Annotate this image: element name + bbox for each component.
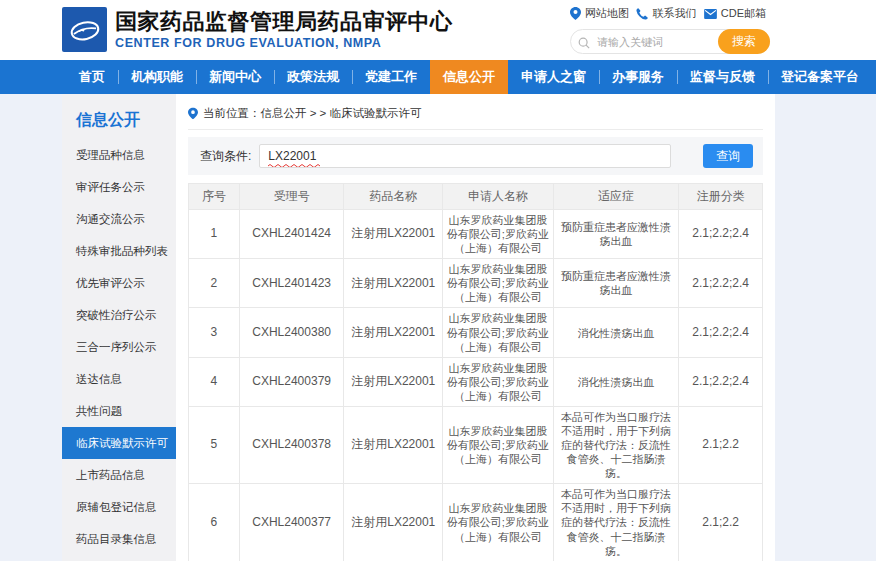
contact-label: 联系我们 bbox=[652, 6, 696, 21]
sitemap-label: 网站地图 bbox=[585, 6, 629, 21]
table-cell: 注射用LX22001 bbox=[344, 357, 443, 406]
table-cell: 2.1;2.2;2.4 bbox=[679, 357, 763, 406]
main-nav: 首页机构职能新闻中心政策法规党建工作信息公开申请人之窗办事服务监督与反馈登记备案… bbox=[0, 60, 876, 94]
sidebar-item-9[interactable]: 共性问题 bbox=[62, 395, 176, 427]
sidebar-item-4[interactable]: 特殊审批品种列表 bbox=[62, 235, 176, 267]
site-title-cn: 国家药品监督管理局药品审评中心 bbox=[115, 9, 453, 35]
sidebar-item-11[interactable]: 上市药品信息 bbox=[62, 459, 176, 491]
content-wrap: 信息公开 受理品种信息审评任务公示沟通交流公示特殊审批品种列表优先审评公示突破性… bbox=[62, 94, 775, 561]
table-cell: 注射用LX22001 bbox=[344, 210, 443, 259]
table-header-row: 序号受理号药品名称申请人名称适应症注册分类 bbox=[189, 184, 763, 210]
table-cell: 1 bbox=[189, 210, 240, 259]
query-panel: 查询条件: 查询 bbox=[188, 137, 763, 175]
table-row: 3CXHL2400380注射用LX22001山东罗欣药业集团股份有限公司;罗欣药… bbox=[189, 308, 763, 357]
site-search-button[interactable]: 搜索 bbox=[718, 29, 770, 54]
table-cell: 3 bbox=[189, 308, 240, 357]
sidebar-item-13[interactable]: 药品目录集信息 bbox=[62, 523, 176, 555]
table-cell: 消化性溃疡出血 bbox=[553, 308, 679, 357]
table-cell: 山东罗欣药业集团股份有限公司;罗欣药业（上海）有限公司 bbox=[443, 210, 554, 259]
brand: 国家药品监督管理局药品审评中心 CENTER FOR DRUG EVALUATI… bbox=[62, 7, 453, 52]
mailbox-label: CDE邮箱 bbox=[721, 6, 766, 21]
table-cell: 2.1;2.2;2.4 bbox=[679, 259, 763, 308]
main-content: 当前位置：信息公开 > > 临床试验默示许可 查询条件: 查询 序号受理号药品名… bbox=[176, 94, 775, 561]
breadcrumb-text: 当前位置：信息公开 > > 临床试验默示许可 bbox=[203, 106, 422, 121]
column-header: 序号 bbox=[189, 184, 240, 210]
header-right: 网站地图 联系我们 CDE邮箱 搜索 bbox=[570, 6, 770, 54]
column-header: 药品名称 bbox=[344, 184, 443, 210]
table-cell: 2.1;2.2;2.4 bbox=[679, 210, 763, 259]
location-pin-icon bbox=[188, 107, 198, 120]
top-header: 国家药品监督管理局药品审评中心 CENTER FOR DRUG EVALUATI… bbox=[0, 0, 876, 60]
table-cell: CXHL2400378 bbox=[239, 406, 344, 483]
nav-item-6[interactable]: 信息公开 bbox=[430, 60, 508, 94]
nav-item-1[interactable]: 首页 bbox=[66, 60, 118, 94]
sitemap-link[interactable]: 网站地图 bbox=[570, 6, 629, 21]
table-cell: 山东罗欣药业集团股份有限公司;罗欣药业（上海）有限公司 bbox=[443, 308, 554, 357]
table-cell: 2.1;2.2 bbox=[679, 406, 763, 483]
table-cell: CXHL2401423 bbox=[239, 259, 344, 308]
nav-item-8[interactable]: 办事服务 bbox=[599, 60, 677, 94]
sidebar-item-8[interactable]: 送达信息 bbox=[62, 363, 176, 395]
table-cell: 山东罗欣药业集团股份有限公司;罗欣药业（上海）有限公司 bbox=[443, 357, 554, 406]
column-header: 适应症 bbox=[553, 184, 679, 210]
sidebar-item-5[interactable]: 优先审评公示 bbox=[62, 267, 176, 299]
table-cell: 2.1;2.2;2.4 bbox=[679, 308, 763, 357]
query-input[interactable] bbox=[259, 144, 671, 168]
table-cell: 本品可作为当口服疗法不适用时，用于下列病症的替代疗法：反流性食管炎、十二指肠溃疡… bbox=[553, 406, 679, 483]
sidebar-title: 信息公开 bbox=[62, 94, 176, 139]
table-row: 6CXHL2400377注射用LX22001山东罗欣药业集团股份有限公司;罗欣药… bbox=[189, 484, 763, 561]
nav-item-3[interactable]: 新闻中心 bbox=[196, 60, 274, 94]
table-cell: 6 bbox=[189, 484, 240, 561]
table-row: 4CXHL2400379注射用LX22001山东罗欣药业集团股份有限公司;罗欣药… bbox=[189, 357, 763, 406]
table-cell: 4 bbox=[189, 357, 240, 406]
sidebar-item-12[interactable]: 原辅包登记信息 bbox=[62, 491, 176, 523]
site-search: 搜索 bbox=[570, 29, 770, 54]
nav-item-4[interactable]: 政策法规 bbox=[274, 60, 352, 94]
sidebar: 信息公开 受理品种信息审评任务公示沟通交流公示特殊审批品种列表优先审评公示突破性… bbox=[62, 94, 176, 561]
table-cell: 注射用LX22001 bbox=[344, 259, 443, 308]
phone-icon bbox=[636, 8, 648, 20]
cde-logo-icon bbox=[62, 7, 107, 52]
envelope-icon bbox=[704, 9, 717, 19]
results-table: 序号受理号药品名称申请人名称适应症注册分类 1CXHL2401424注射用LX2… bbox=[188, 183, 763, 561]
column-header: 受理号 bbox=[239, 184, 344, 210]
contact-link[interactable]: 联系我们 bbox=[636, 6, 696, 21]
table-cell: CXHL2400380 bbox=[239, 308, 344, 357]
site-title-en: CENTER FOR DRUG EVALUATION, NMPA bbox=[115, 36, 453, 50]
sidebar-item-10[interactable]: 临床试验默示许可 bbox=[62, 427, 176, 459]
spellcheck-underline bbox=[268, 163, 320, 167]
table-cell: 本品可作为当口服疗法不适用时，用于下列病症的替代疗法：反流性食管炎、十二指肠溃疡… bbox=[553, 484, 679, 561]
location-pin-icon bbox=[570, 7, 581, 20]
query-label: 查询条件: bbox=[200, 148, 251, 165]
page: 国家药品监督管理局药品审评中心 CENTER FOR DRUG EVALUATI… bbox=[0, 0, 876, 561]
table-cell: 山东罗欣药业集团股份有限公司;罗欣药业（上海）有限公司 bbox=[443, 406, 554, 483]
table-cell: 山东罗欣药业集团股份有限公司;罗欣药业（上海）有限公司 bbox=[443, 259, 554, 308]
table-cell: 注射用LX22001 bbox=[344, 406, 443, 483]
nav-item-10[interactable]: 登记备案平台 bbox=[768, 60, 872, 94]
table-body: 1CXHL2401424注射用LX22001山东罗欣药业集团股份有限公司;罗欣药… bbox=[189, 210, 763, 561]
table-cell: 山东罗欣药业集团股份有限公司;罗欣药业（上海）有限公司 bbox=[443, 484, 554, 561]
sidebar-item-3[interactable]: 沟通交流公示 bbox=[62, 203, 176, 235]
table-cell: 5 bbox=[189, 406, 240, 483]
nav-item-2[interactable]: 机构职能 bbox=[118, 60, 196, 94]
quick-links: 网站地图 联系我们 CDE邮箱 bbox=[570, 6, 766, 21]
nav-item-9[interactable]: 监督与反馈 bbox=[677, 60, 768, 94]
column-header: 注册分类 bbox=[679, 184, 763, 210]
table-cell: CXHL2400377 bbox=[239, 484, 344, 561]
sidebar-item-6[interactable]: 突破性治疗公示 bbox=[62, 299, 176, 331]
search-icon bbox=[578, 35, 590, 53]
table-cell: 预防重症患者应激性溃疡出血 bbox=[553, 210, 679, 259]
table-cell: 注射用LX22001 bbox=[344, 484, 443, 561]
table-row: 1CXHL2401424注射用LX22001山东罗欣药业集团股份有限公司;罗欣药… bbox=[189, 210, 763, 259]
mailbox-link[interactable]: CDE邮箱 bbox=[704, 6, 766, 21]
column-header: 申请人名称 bbox=[443, 184, 554, 210]
sidebar-item-1[interactable]: 受理品种信息 bbox=[62, 139, 176, 171]
sidebar-item-7[interactable]: 三合一序列公示 bbox=[62, 331, 176, 363]
sidebar-item-14[interactable]: 重点工作 bbox=[62, 555, 176, 561]
nav-item-5[interactable]: 党建工作 bbox=[352, 60, 430, 94]
table-cell: 注射用LX22001 bbox=[344, 308, 443, 357]
query-button[interactable]: 查询 bbox=[703, 144, 753, 168]
sidebar-item-2[interactable]: 审评任务公示 bbox=[62, 171, 176, 203]
nav-item-7[interactable]: 申请人之窗 bbox=[508, 60, 599, 94]
brand-text: 国家药品监督管理局药品审评中心 CENTER FOR DRUG EVALUATI… bbox=[115, 9, 453, 50]
